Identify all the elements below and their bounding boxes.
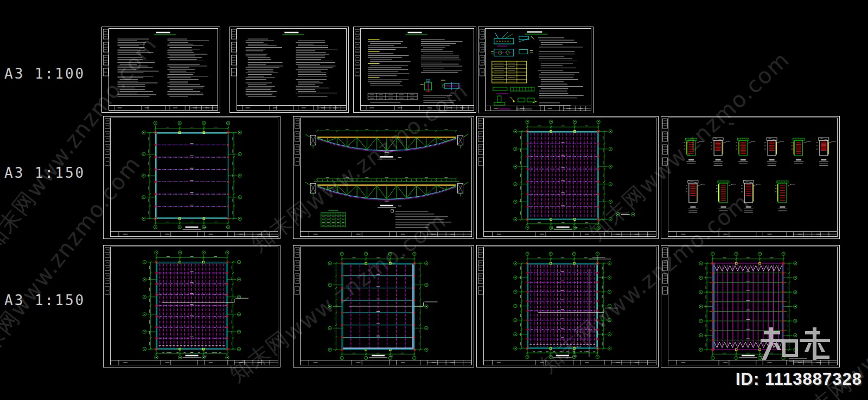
- sheet-tie-beam-plan-drawing: [293, 245, 474, 367]
- sheet-purlin-layout-plan-drawing: [476, 116, 659, 239]
- sheet-structural-notes-1-drawing: [101, 27, 220, 113]
- sheet-purlin-plan-a-drawing: [103, 245, 280, 367]
- sheet-member-section-details-drawing: [661, 116, 840, 239]
- sheet-structural-notes-2-drawing: [229, 27, 349, 113]
- sheet-connection-details-notes: [478, 27, 593, 113]
- sheet-roof-beam-plan: [103, 116, 280, 239]
- scale-label-1: A3 1:100: [4, 66, 85, 82]
- sheet-structural-notes-2: [229, 27, 349, 113]
- sheet-steel-notes-with-table: [353, 27, 476, 113]
- scale-label-2: A3 1:150: [4, 165, 85, 181]
- sheet-member-section-details: [661, 116, 840, 239]
- sheet-structural-notes-1: [101, 27, 220, 113]
- sheet-tie-beam-plan: [293, 245, 474, 367]
- sheet-truss-elevations: [293, 116, 474, 239]
- cad-drawing-preview: ID: 1113887328 A3 1:100A3 1:150A3 1:150知…: [0, 0, 868, 400]
- resource-id-label: ID: 1113887328: [736, 370, 862, 389]
- sheet-truss-elevations-drawing: [293, 116, 474, 239]
- sheet-purlin-plan-b-drawing: [476, 245, 659, 367]
- sheet-purlin-plan-a: [103, 245, 280, 367]
- scale-label-3: A3 1:150: [4, 292, 85, 308]
- sheet-purlin-plan-b: [476, 245, 659, 367]
- sheet-roof-beam-plan-drawing: [103, 116, 280, 239]
- sheet-purlin-layout-plan: [476, 116, 659, 239]
- zhimo-logo-icon: [761, 327, 834, 363]
- sheet-steel-notes-with-table-drawing: [353, 27, 476, 113]
- sheet-connection-details-notes-drawing: [478, 27, 593, 113]
